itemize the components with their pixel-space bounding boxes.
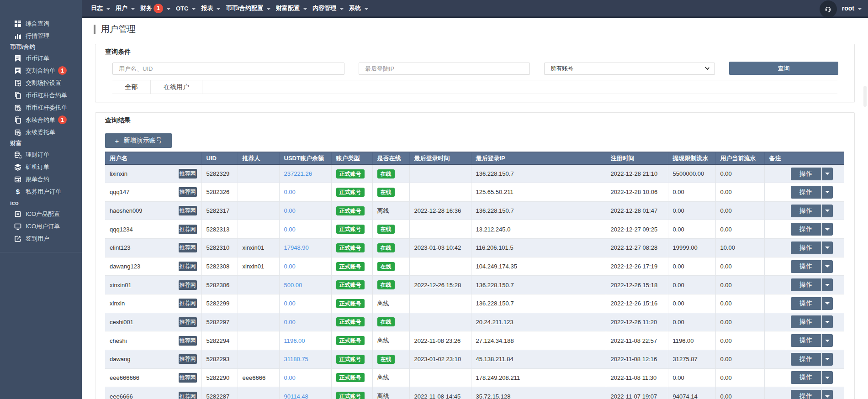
- svg-text:$: $: [16, 188, 20, 195]
